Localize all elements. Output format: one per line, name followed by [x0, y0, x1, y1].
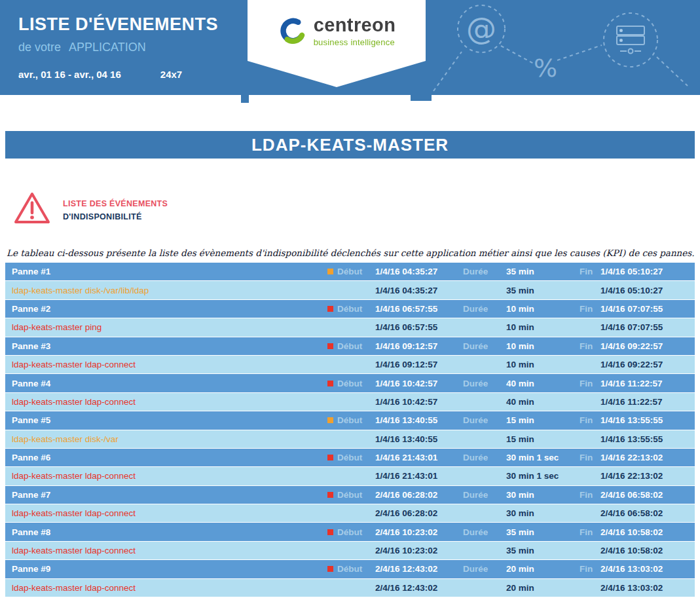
duration-label: Durée: [450, 453, 498, 462]
kpi-name: ldap-keats-master disk-/var: [5, 434, 316, 444]
ribbon-fold-left: [241, 95, 249, 103]
report-subtitle: de votreAPPLICATION: [18, 41, 218, 54]
section-title-bar: LDAP-KEATS-MASTER: [5, 131, 695, 159]
duration-label: Durée: [450, 379, 498, 388]
start-value: 1/4/16 09:12:57: [366, 341, 450, 351]
warning-triangle-icon: [13, 191, 51, 225]
kpi-detail-row: ldap-keats-master ldap-connect1/4/16 21:…: [5, 467, 695, 485]
header-text-block: LISTE D'ÉVENEMENTS de votreAPPLICATION a…: [18, 14, 218, 80]
event-summary-row: Panne #3Début1/4/16 09:12:57Durée10 minF…: [5, 337, 695, 355]
at-icon: @: [466, 11, 496, 47]
end-label: Fin: [569, 490, 599, 500]
table-description: Le tableau ci-dessous présente la liste …: [7, 248, 700, 258]
ribbon-fold-right: [411, 95, 432, 101]
severity-square-icon: [316, 529, 333, 535]
report-title: LISTE D'ÉVENEMENTS: [18, 14, 218, 35]
start-value: 2/4/16 06:28:02: [366, 490, 450, 500]
logo-badge: centreon business intelligence: [248, 0, 426, 87]
severity-square-icon: [316, 343, 333, 349]
kpi-detail-row: ldap-keats-master ldap-connect2/4/16 06:…: [5, 504, 695, 522]
kpi-start-value: 1/4/16 09:12:57: [366, 360, 450, 369]
severity-square-icon: [316, 269, 333, 274]
end-label: Fin: [569, 379, 599, 388]
warning-line2: D'INDISPONIBILITÉ: [63, 210, 168, 223]
event-summary-row: Panne #2Début1/4/16 06:57:55Durée10 minF…: [5, 300, 695, 318]
kpi-end-value: 1/4/16 09:22:57: [599, 360, 695, 369]
end-value: 2/4/16 06:58:02: [599, 490, 695, 500]
end-label: Fin: [569, 564, 599, 574]
kpi-start-value: 1/4/16 04:35:27: [366, 286, 450, 295]
start-label: Début: [333, 304, 366, 314]
logo-text: centreon business intelligence: [314, 16, 396, 47]
kpi-detail-row: ldap-keats-master ldap-connect1/4/16 10:…: [5, 393, 695, 411]
report-header: @ % LISTE D'ÉVENEMENTS de votreAPPLICATI…: [0, 0, 700, 95]
end-label: Fin: [569, 415, 599, 425]
date-range: avr., 01 16 - avr., 04 16: [18, 69, 121, 80]
kpi-name: ldap-keats-master ldap-connect: [5, 583, 316, 593]
event-name: Panne #9: [5, 564, 316, 574]
end-label: Fin: [569, 527, 599, 537]
start-label: Début: [333, 379, 366, 388]
kpi-start-value: 2/4/16 12:43:02: [366, 583, 450, 593]
duration-label: Durée: [450, 341, 498, 351]
duration-label: Durée: [450, 304, 498, 314]
duration-label: Durée: [450, 267, 498, 276]
kpi-duration-value: 35 min: [498, 546, 569, 555]
severity-square-icon: [316, 492, 333, 498]
kpi-duration-value: 15 min: [498, 434, 569, 444]
severity-square-icon: [316, 381, 333, 386]
kpi-duration-value: 30 min 1 sec: [498, 471, 569, 481]
start-label: Début: [333, 453, 366, 462]
centreon-logo: centreon business intelligence: [278, 16, 396, 47]
percent-icon: %: [534, 54, 557, 83]
kpi-end-value: 1/4/16 07:07:55: [599, 322, 695, 332]
duration-value: 20 min: [498, 564, 569, 574]
kpi-start-value: 1/4/16 10:42:57: [366, 397, 450, 407]
logo-tagline: business intelligence: [314, 37, 396, 47]
event-name: Panne #8: [5, 527, 316, 537]
kpi-end-value: 1/4/16 11:22:57: [599, 397, 695, 407]
kpi-detail-row: ldap-keats-master disk-/var1/4/16 13:40:…: [5, 430, 695, 448]
at-circle-icon: [458, 5, 505, 52]
severity-square-icon: [316, 417, 333, 423]
end-label: Fin: [569, 341, 599, 351]
kpi-end-value: 2/4/16 10:58:02: [599, 546, 695, 555]
end-value: 1/4/16 11:22:57: [599, 379, 695, 388]
end-value: 1/4/16 09:22:57: [599, 341, 695, 351]
event-name: Panne #4: [5, 379, 316, 388]
start-value: 1/4/16 21:43:01: [366, 453, 450, 462]
start-value: 2/4/16 10:23:02: [366, 527, 450, 537]
event-name: Panne #3: [5, 341, 316, 351]
start-label: Début: [333, 527, 366, 537]
server-icon: [617, 26, 644, 54]
end-value: 1/4/16 07:07:55: [599, 304, 695, 314]
centreon-logo-icon: [278, 16, 308, 46]
logo-name: centreon: [314, 16, 396, 35]
kpi-duration-value: 20 min: [498, 583, 569, 593]
start-value: 1/4/16 13:40:55: [366, 415, 450, 425]
kpi-name: ldap-keats-master ldap-connect: [5, 471, 316, 481]
end-label: Fin: [569, 453, 599, 462]
kpi-name: ldap-keats-master disk-/var/lib/ldap: [5, 286, 316, 295]
duration-label: Durée: [450, 564, 498, 574]
warning-line1: LISTE DES ÉVÉNEMENTS: [63, 197, 168, 210]
kpi-end-value: 2/4/16 13:03:02: [599, 583, 695, 593]
end-value: 2/4/16 13:03:02: [599, 564, 695, 574]
end-value: 1/4/16 05:10:27: [599, 267, 695, 276]
event-name: Panne #7: [5, 490, 316, 500]
kpi-start-value: 2/4/16 06:28:02: [366, 508, 450, 518]
duration-value: 40 min: [498, 379, 569, 388]
kpi-end-value: 1/4/16 05:10:27: [599, 286, 695, 295]
kpi-name: ldap-keats-master ldap-connect: [5, 508, 316, 518]
event-summary-row: Panne #5Début1/4/16 13:40:55Durée15 minF…: [5, 411, 695, 429]
dashed-line: [557, 45, 602, 60]
kpi-detail-row: ldap-keats-master ping1/4/16 06:57:5510 …: [5, 318, 695, 336]
kpi-name: ldap-keats-master ping: [5, 322, 316, 332]
event-summary-row: Panne #8Début2/4/16 10:23:02Durée35 minF…: [5, 523, 695, 540]
end-value: 1/4/16 22:13:02: [599, 453, 695, 462]
kpi-duration-value: 35 min: [498, 286, 569, 295]
end-label: Fin: [569, 304, 599, 314]
event-name: Panne #5: [5, 415, 316, 425]
kpi-detail-row: ldap-keats-master disk-/var/lib/ldap1/4/…: [5, 281, 695, 299]
events-table: Panne #1Début1/4/16 04:35:27Durée35 minF…: [5, 263, 695, 597]
